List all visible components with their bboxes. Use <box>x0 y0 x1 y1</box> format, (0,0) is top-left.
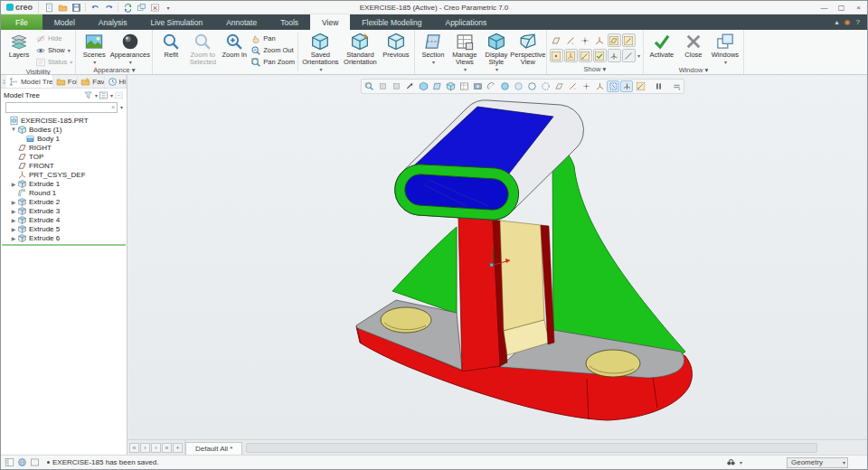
new-view-tab-icon[interactable]: + <box>173 443 183 453</box>
redo-icon[interactable] <box>102 2 115 14</box>
window-switch-icon[interactable] <box>135 2 147 14</box>
spin-center-button[interactable] <box>620 80 633 92</box>
no-hidden-display-button[interactable] <box>525 80 538 92</box>
designate-display-button[interactable] <box>593 49 607 62</box>
graphics-area[interactable] <box>127 75 867 439</box>
save-icon[interactable] <box>70 2 82 14</box>
tab-applications[interactable]: Applications <box>433 14 498 30</box>
pan-zoom-button[interactable]: Pan Zoom <box>250 56 295 68</box>
expander-icon[interactable]: ▶ <box>10 217 17 223</box>
point-display-button[interactable] <box>579 33 592 47</box>
pause-button[interactable] <box>652 80 665 92</box>
refit-button[interactable] <box>363 80 375 92</box>
tree-item-exercise-185-prt[interactable]: EXERCISE-185.PRT <box>1 116 127 125</box>
tree-item-round-1[interactable]: Round 1 <box>1 188 127 197</box>
tree-columns-icon[interactable] <box>99 90 108 100</box>
new-file-icon[interactable] <box>42 2 55 14</box>
collapse-panel-icon[interactable] <box>114 90 124 100</box>
activate-button[interactable]: Activate <box>646 31 677 59</box>
section-hatch-display-button[interactable] <box>622 49 636 62</box>
tab-live-simulation[interactable]: Live Simulation <box>139 14 215 30</box>
annotation-display-button[interactable] <box>634 80 646 92</box>
axis-display-button[interactable] <box>564 33 578 47</box>
search-dropdown-icon[interactable]: ▾ <box>120 104 123 110</box>
expander-icon[interactable]: ▶ <box>10 226 17 232</box>
windows-button[interactable]: Windows▾ <box>710 31 741 66</box>
zoom-out-button[interactable] <box>390 80 402 92</box>
csys-display-button[interactable] <box>593 80 606 92</box>
status-button[interactable]: Status▾ <box>35 56 72 68</box>
last-view-icon[interactable]: » <box>162 443 172 453</box>
zoom-in-button[interactable]: Zoom In <box>219 31 250 59</box>
tree-item-bodies-1-[interactable]: ▼Bodies (1) <box>1 125 127 134</box>
navigator-tab-model-tree[interactable]: Model Tree <box>6 75 53 88</box>
capture-button[interactable] <box>471 80 484 92</box>
appearances-button[interactable]: Appearances▾ <box>110 31 149 66</box>
next-view-icon[interactable]: › <box>151 443 161 453</box>
navigator-toggle-icon[interactable] <box>4 457 15 468</box>
tree-item-extrude-3[interactable]: ▶Extrude 3 <box>1 206 127 215</box>
tree-item-body-1[interactable]: Body 1 <box>1 134 127 143</box>
zoom-to-selected-button[interactable]: Zoom to Selected <box>187 31 218 66</box>
display-style-button[interactable] <box>417 80 429 92</box>
wireframe-display-button[interactable] <box>539 80 552 92</box>
tree-item-front[interactable]: FRONT <box>1 161 127 170</box>
expander-icon[interactable]: ▶ <box>10 235 17 241</box>
manage-views-button[interactable]: Manage Views▾ <box>449 31 480 73</box>
csys-display-button[interactable] <box>593 33 607 47</box>
tree-filters-icon[interactable] <box>83 90 93 100</box>
window-toggle-icon[interactable] <box>29 457 41 468</box>
tree-search-input[interactable] <box>6 103 109 111</box>
undo-icon[interactable] <box>89 2 101 14</box>
geometry-display-button[interactable] <box>485 80 497 92</box>
tree-item-extrude-2[interactable]: ▶Extrude 2 <box>1 197 127 206</box>
expander-icon[interactable]: ▼ <box>10 127 17 132</box>
help-icon[interactable]: ? <box>856 18 860 26</box>
saved-orientations-button[interactable] <box>444 80 457 92</box>
navigator-tab-fol[interactable]: Fol <box>53 75 78 88</box>
layers-button[interactable]: Layers <box>4 31 34 59</box>
toolbar-options-button[interactable] <box>670 80 683 92</box>
select-box-button[interactable] <box>607 80 619 92</box>
csys-tag-display-button[interactable] <box>564 49 578 62</box>
tree-item-extrude-4[interactable]: ▶Extrude 4 <box>1 215 127 224</box>
close-window-button[interactable]: Close <box>678 31 709 59</box>
hole-right[interactable] <box>586 350 640 377</box>
close-icon[interactable]: × <box>850 2 867 14</box>
more-commands-icon[interactable]: ▾ <box>162 2 175 14</box>
zoom-out-button[interactable]: Zoom Out <box>250 44 295 56</box>
show-more-icon[interactable]: ▾ <box>637 52 640 59</box>
perspective-view-button[interactable]: Perspective View <box>513 31 543 66</box>
previous-button[interactable]: Previous <box>381 31 411 59</box>
view-manager-button[interactable] <box>458 80 470 92</box>
refit-button[interactable]: Refit <box>156 31 186 59</box>
command-locator-icon[interactable]: ◉ <box>844 18 851 26</box>
expander-icon[interactable]: ▶ <box>10 181 17 187</box>
restore-icon[interactable]: ▢ <box>833 2 850 14</box>
pan-button[interactable]: Pan <box>250 33 295 44</box>
plane-tag-display-button[interactable] <box>608 33 621 47</box>
plane-display-button[interactable] <box>550 33 563 47</box>
shade-display-button[interactable] <box>498 80 511 92</box>
axis-tag-display-button[interactable] <box>622 33 636 47</box>
annotation-display-button[interactable] <box>579 49 592 62</box>
display-style-button[interactable]: Display Style▾ <box>481 31 512 73</box>
tab-view[interactable]: View <box>310 14 350 30</box>
navigator-tab-fav[interactable]: Fav <box>78 75 104 88</box>
tab-model[interactable]: Model <box>42 14 87 30</box>
first-view-icon[interactable]: « <box>129 443 139 453</box>
tree-item-extrude-5[interactable]: ▶Extrude 5 <box>1 224 127 233</box>
tree-item-prt-csys-def[interactable]: PRT_CSYS_DEF <box>1 170 127 179</box>
expander-icon[interactable]: ▶ <box>10 208 17 214</box>
selection-filter[interactable]: Geometry ▾ <box>787 457 848 468</box>
plane-display-button[interactable] <box>552 80 565 92</box>
recess-face[interactable] <box>500 221 544 331</box>
tree-item-extrude-6[interactable]: ▶Extrude 6 <box>1 233 127 242</box>
previous-view-icon[interactable]: ‹ <box>140 443 150 453</box>
hole-left[interactable] <box>381 307 431 333</box>
spin-center-display-button[interactable] <box>608 49 621 62</box>
expander-icon[interactable]: ▶ <box>10 199 17 205</box>
tree-item-top[interactable]: TOP <box>1 152 127 161</box>
section-button[interactable]: Section▾ <box>418 31 448 66</box>
point-tag-display-button[interactable] <box>550 49 563 62</box>
